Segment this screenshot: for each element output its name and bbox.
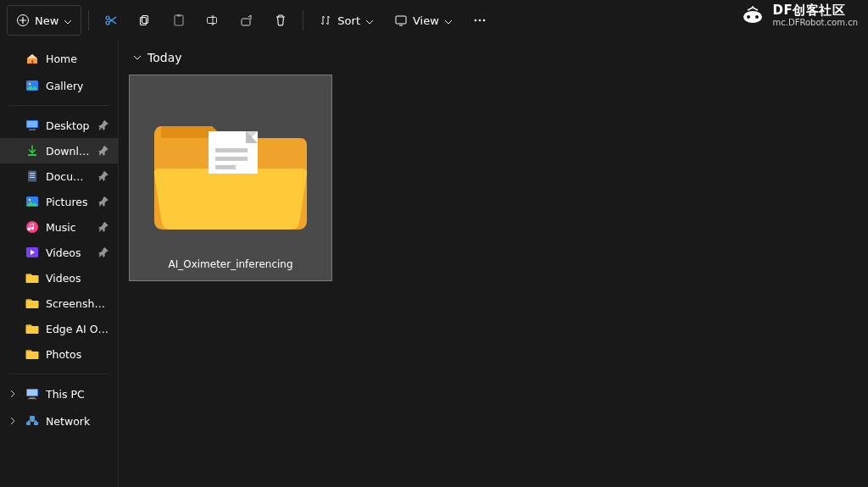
sidebar-separator bbox=[8, 105, 109, 106]
svg-rect-8 bbox=[242, 19, 250, 25]
svg-rect-27 bbox=[30, 177, 35, 178]
folder-item[interactable]: AI_Oximeter_inferencing bbox=[129, 75, 332, 281]
network-icon bbox=[25, 414, 39, 428]
watermark-line1: DF创客社区 bbox=[773, 3, 858, 18]
svg-point-10 bbox=[475, 19, 477, 22]
svg-rect-38 bbox=[34, 422, 38, 425]
content-pane: Today AI_Oximeter bbox=[119, 41, 868, 487]
svg-point-29 bbox=[29, 199, 31, 202]
watermark-line2: mc.DFRobot.com.cn bbox=[773, 18, 858, 27]
share-icon bbox=[240, 14, 253, 27]
sidebar-item-home[interactable]: Home bbox=[0, 46, 118, 71]
svg-point-16 bbox=[751, 6, 754, 8]
sidebar-item-label: Downloads bbox=[46, 145, 91, 158]
sidebar-item-downloads[interactable]: Downloads bbox=[0, 138, 118, 163]
folder-icon bbox=[25, 271, 39, 285]
svg-rect-25 bbox=[30, 173, 35, 174]
video-icon bbox=[25, 246, 39, 259]
robot-icon bbox=[739, 5, 766, 25]
new-button-label: New bbox=[35, 14, 58, 27]
item-grid: AI_Oximeter_inferencing bbox=[129, 75, 858, 281]
pin-icon bbox=[97, 196, 109, 208]
svg-rect-4 bbox=[141, 18, 147, 25]
svg-rect-26 bbox=[30, 175, 35, 176]
svg-point-11 bbox=[479, 19, 481, 22]
picture-icon bbox=[25, 195, 39, 208]
svg-rect-34 bbox=[30, 397, 35, 398]
chevron-down-icon bbox=[444, 16, 453, 25]
sidebar-item-label: Desktop bbox=[46, 119, 91, 132]
expand-icon[interactable] bbox=[7, 390, 19, 398]
sort-icon bbox=[319, 14, 332, 27]
pin-icon bbox=[97, 246, 109, 258]
sidebar-item-thispc[interactable]: This PC bbox=[0, 381, 118, 407]
sidebar-separator bbox=[8, 374, 109, 374]
chevron-down-icon bbox=[132, 53, 142, 63]
sidebar-item-network[interactable]: Network bbox=[0, 408, 118, 434]
clipboard-icon bbox=[172, 14, 186, 27]
document-icon bbox=[25, 169, 39, 183]
sidebar-item-photos[interactable]: Photos bbox=[0, 341, 118, 367]
sidebar-item-pictures[interactable]: Pictures bbox=[0, 189, 118, 214]
trash-icon bbox=[274, 14, 287, 27]
folder-icon bbox=[25, 296, 39, 310]
watermark: DF创客社区 mc.DFRobot.com.cn bbox=[739, 3, 858, 27]
svg-rect-42 bbox=[215, 165, 236, 169]
toolbar: New Sort bbox=[0, 0, 868, 41]
expand-icon[interactable] bbox=[7, 417, 19, 425]
pin-icon bbox=[97, 221, 109, 233]
sort-menu-label: Sort bbox=[337, 14, 360, 27]
share-button[interactable] bbox=[231, 5, 262, 36]
delete-button[interactable] bbox=[265, 5, 296, 36]
group-header-today[interactable]: Today bbox=[129, 47, 186, 68]
paste-button[interactable] bbox=[164, 5, 194, 36]
sidebar-item-gallery[interactable]: Gallery bbox=[0, 73, 118, 98]
sidebar-item-label: Home bbox=[46, 53, 109, 65]
folder-item-label: AI_Oximeter_inferencing bbox=[168, 252, 292, 270]
sidebar-item-label: Videos bbox=[46, 272, 109, 285]
svg-point-15 bbox=[755, 15, 759, 19]
sidebar-item-videos[interactable]: Videos bbox=[0, 240, 118, 265]
rename-button[interactable] bbox=[198, 5, 228, 36]
svg-rect-37 bbox=[26, 422, 31, 425]
desktop-icon bbox=[25, 119, 39, 132]
group-title: Today bbox=[147, 51, 182, 64]
sidebar-item-label: Photos bbox=[46, 348, 109, 361]
svg-rect-7 bbox=[208, 18, 217, 24]
folder-documents-icon bbox=[146, 86, 315, 252]
sidebar-item-screens[interactable]: Screenshots bbox=[0, 291, 118, 316]
more-button[interactable] bbox=[465, 5, 495, 36]
toolbar-separator bbox=[88, 10, 89, 30]
gallery-icon bbox=[25, 79, 39, 92]
plus-icon bbox=[16, 14, 30, 27]
sidebar-item-label: Edge AI Oxymeter bbox=[46, 323, 109, 335]
svg-rect-5 bbox=[175, 15, 183, 25]
sidebar-item-edgeai[interactable]: Edge AI Oxymeter bbox=[0, 316, 118, 341]
svg-rect-33 bbox=[27, 390, 37, 396]
toolbar-separator bbox=[303, 10, 303, 30]
pc-icon bbox=[25, 387, 39, 401]
home-icon bbox=[25, 52, 39, 65]
sidebar-item-label: Screenshots bbox=[46, 297, 109, 310]
svg-rect-3 bbox=[142, 16, 148, 24]
sidebar: Home Gallery DesktopDownloadsDocumentsPi… bbox=[0, 41, 119, 487]
sidebar-item-documents[interactable]: Documents bbox=[0, 163, 118, 189]
sidebar-item-label: Documents bbox=[46, 170, 91, 183]
sidebar-item-music[interactable]: Music bbox=[0, 214, 118, 240]
sort-menu-button[interactable]: Sort bbox=[310, 5, 382, 36]
scissors-icon bbox=[104, 14, 118, 27]
sidebar-item-videos2[interactable]: Videos bbox=[0, 265, 118, 291]
copy-icon bbox=[138, 14, 152, 27]
svg-rect-17 bbox=[31, 60, 33, 64]
pin-icon bbox=[97, 170, 109, 182]
cut-button[interactable] bbox=[96, 5, 126, 36]
svg-rect-41 bbox=[215, 157, 248, 161]
download-icon bbox=[25, 144, 39, 158]
sidebar-item-desktop[interactable]: Desktop bbox=[0, 113, 118, 138]
copy-button[interactable] bbox=[130, 5, 160, 36]
sidebar-item-label: Music bbox=[46, 221, 91, 234]
svg-point-14 bbox=[747, 15, 750, 19]
new-button[interactable]: New bbox=[7, 5, 81, 36]
chevron-down-icon bbox=[64, 16, 72, 25]
view-menu-button[interactable]: View bbox=[386, 5, 461, 36]
